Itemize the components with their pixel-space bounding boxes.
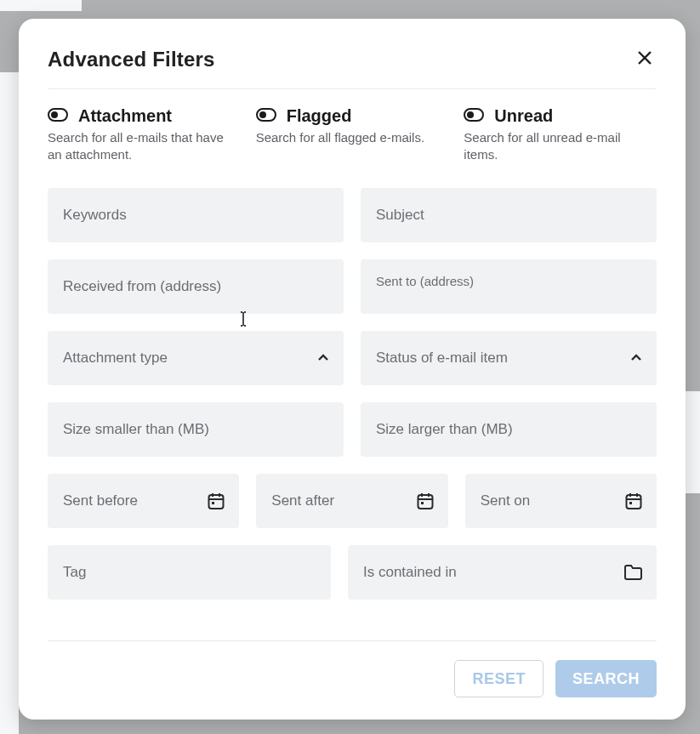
modal-inner: Advanced Filters Attachment Search for a… xyxy=(19,19,686,720)
toggle-attachment[interactable]: Attachment Search for all e-mails that h… xyxy=(48,106,241,164)
toggle-off-icon xyxy=(464,108,484,125)
sent-after-field[interactable]: Sent after xyxy=(256,474,447,528)
calendar-icon xyxy=(416,492,435,510)
toggle-label: Unread xyxy=(494,106,553,126)
chevron-up-icon xyxy=(629,351,643,365)
toggle-label: Flagged xyxy=(287,106,352,126)
field-placeholder: Keywords xyxy=(63,207,127,224)
advanced-filters-modal: Advanced Filters Attachment Search for a… xyxy=(19,19,686,720)
svg-rect-17 xyxy=(421,502,424,504)
toggle-unread[interactable]: Unread Search for all unread e-mail item… xyxy=(464,106,657,164)
subject-field[interactable]: Subject xyxy=(361,188,657,242)
field-placeholder: Subject xyxy=(376,207,424,224)
toggle-off-icon xyxy=(256,108,276,125)
keywords-field[interactable]: Keywords xyxy=(48,188,344,242)
bg-strip xyxy=(686,391,700,493)
bg-strip xyxy=(0,0,82,11)
reset-button[interactable]: RESET xyxy=(454,660,543,697)
field-placeholder: Sent after xyxy=(271,492,334,509)
svg-rect-8 xyxy=(209,495,224,509)
field-placeholder: Tag xyxy=(63,564,86,581)
svg-rect-12 xyxy=(212,502,214,504)
field-placeholder: Sent on xyxy=(481,492,531,509)
field-placeholder: Size smaller than (MB) xyxy=(63,421,209,438)
close-icon xyxy=(636,49,653,66)
size-smaller-field[interactable]: Size smaller than (MB) xyxy=(48,402,344,457)
modal-header: Advanced Filters xyxy=(48,46,657,88)
toggle-desc: Search for all flagged e-mails. xyxy=(256,129,449,146)
size-larger-field[interactable]: Size larger than (MB) xyxy=(361,402,657,457)
folder-icon xyxy=(623,563,643,582)
field-placeholder: Sent to (address) xyxy=(376,274,474,288)
sent-before-field[interactable]: Sent before xyxy=(48,474,239,528)
toggle-label: Attachment xyxy=(78,106,172,126)
field-placeholder: Status of e-mail item xyxy=(376,350,508,367)
calendar-icon xyxy=(624,492,643,510)
chevron-up-icon xyxy=(316,351,330,365)
field-placeholder: Attachment type xyxy=(63,350,168,367)
modal-backdrop: Advanced Filters Attachment Search for a… xyxy=(0,0,700,734)
svg-point-3 xyxy=(51,111,58,118)
received-from-field[interactable]: Received from (address) xyxy=(48,259,344,314)
svg-rect-13 xyxy=(418,495,432,509)
toggle-desc: Search for all unread e-mail items. xyxy=(464,129,657,164)
fields-container: Keywords Subject Received from (address)… xyxy=(48,171,657,623)
field-placeholder: Received from (address) xyxy=(63,278,221,295)
field-placeholder: Sent before xyxy=(63,492,138,509)
contained-in-field[interactable]: Is contained in xyxy=(348,545,657,600)
toggle-flagged[interactable]: Flagged Search for all flagged e-mails. xyxy=(256,106,449,164)
modal-title: Advanced Filters xyxy=(48,48,215,71)
toggle-desc: Search for all e-mails that have an atta… xyxy=(48,129,241,164)
svg-rect-22 xyxy=(629,502,632,504)
modal-footer: RESET SEARCH xyxy=(48,640,657,697)
attachment-type-select[interactable]: Attachment type xyxy=(48,331,344,385)
toggle-row: Attachment Search for all e-mails that h… xyxy=(48,89,657,171)
sent-to-field[interactable]: Sent to (address) xyxy=(361,259,657,314)
bg-strip xyxy=(0,72,19,734)
search-button[interactable]: SEARCH xyxy=(555,660,657,697)
field-value xyxy=(376,290,379,305)
svg-point-5 xyxy=(259,111,266,118)
svg-rect-18 xyxy=(626,495,640,509)
tag-field[interactable]: Tag xyxy=(48,545,331,600)
field-placeholder: Is contained in xyxy=(363,564,457,581)
calendar-icon xyxy=(207,492,225,510)
svg-point-7 xyxy=(467,111,474,118)
status-select[interactable]: Status of e-mail item xyxy=(361,331,657,385)
close-button[interactable] xyxy=(633,46,657,73)
sent-on-field[interactable]: Sent on xyxy=(465,474,657,528)
field-placeholder: Size larger than (MB) xyxy=(376,421,513,438)
toggle-off-icon xyxy=(48,108,68,125)
